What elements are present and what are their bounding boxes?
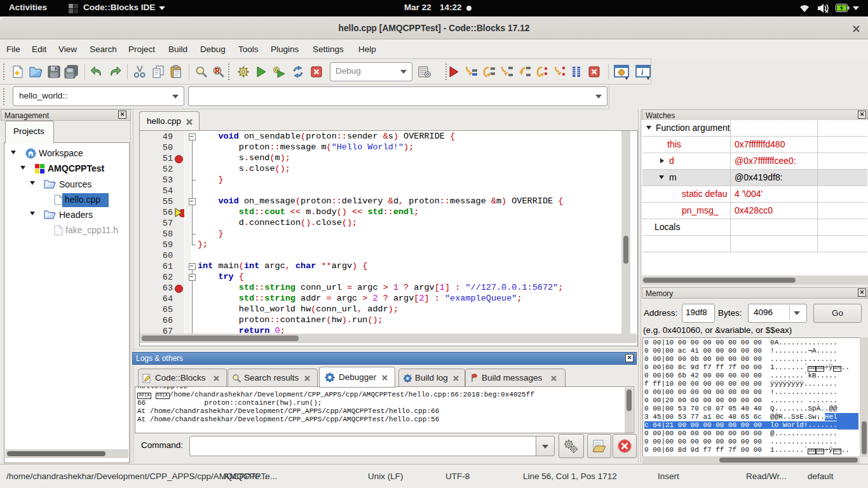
svg-text:R: R	[215, 67, 220, 74]
